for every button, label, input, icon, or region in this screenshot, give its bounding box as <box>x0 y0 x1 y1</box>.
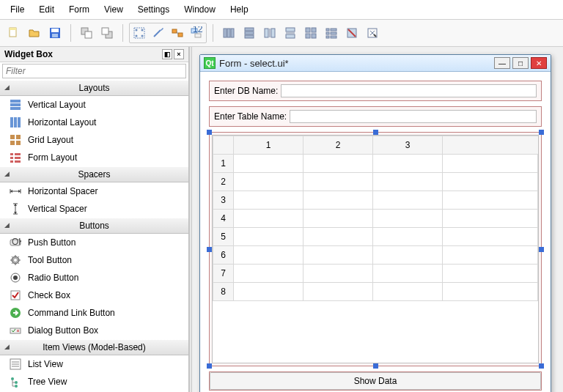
layout-form-button[interactable] <box>322 23 341 42</box>
widget-horizontal-layout[interactable]: Horizontal Layout <box>0 114 188 131</box>
qt-icon: Qt <box>204 57 216 69</box>
menu-edit[interactable]: Edit <box>32 1 62 18</box>
menubar: File Edit Form View Settings Window Help <box>0 0 563 20</box>
col-header-1[interactable]: 1 <box>234 136 303 155</box>
show-data-button[interactable]: Show Data <box>210 372 541 390</box>
bring-to-front-button[interactable] <box>97 23 117 42</box>
widget-tree-view[interactable]: Tree View <box>0 373 188 391</box>
svg-rect-28 <box>286 28 295 32</box>
widget-grid-layout[interactable]: Grid Layout <box>0 131 188 149</box>
layout-vsplit-button[interactable] <box>281 23 300 42</box>
row-header-7[interactable]: 7 <box>213 265 234 283</box>
svg-rect-24 <box>245 35 254 38</box>
new-file-button[interactable] <box>4 23 23 42</box>
design-area: Qt Form - select.ui* — □ ✕ Enter DB Name… <box>192 47 563 392</box>
widget-box-titlebar: Widget Box ◧ × <box>0 47 188 62</box>
row-header-3[interactable]: 3 <box>213 191 234 210</box>
menu-help[interactable]: Help <box>223 1 256 18</box>
svg-rect-19 <box>224 29 227 37</box>
category-spacers-header[interactable]: ◢Spacers <box>0 166 188 182</box>
adjust-size-button[interactable] <box>363 23 382 42</box>
svg-rect-44 <box>10 100 21 103</box>
break-layout-button[interactable] <box>342 23 361 42</box>
grid-layout-icon <box>9 134 22 146</box>
open-file-button[interactable] <box>25 23 44 42</box>
widget-check-box[interactable]: Check Box <box>0 286 188 304</box>
widget-push-button[interactable]: OKPush Button <box>0 234 188 251</box>
svg-point-65 <box>13 275 18 280</box>
widget-box-filter-input[interactable] <box>2 64 186 78</box>
edit-widgets-button[interactable] <box>130 23 149 42</box>
svg-rect-50 <box>10 135 15 139</box>
minimize-button[interactable]: — <box>494 57 510 69</box>
row-header-6[interactable]: 6 <box>213 246 234 265</box>
table-widget-selection[interactable]: 1 2 3 1 2 3 4 5 6 7 8 <box>209 132 542 366</box>
svg-rect-52 <box>10 141 15 145</box>
maximize-button[interactable]: □ <box>512 57 529 69</box>
widget-list-view[interactable]: List View <box>0 355 188 373</box>
edit-signals-button[interactable] <box>149 23 168 42</box>
col-header-2[interactable]: 2 <box>303 136 373 155</box>
row-header-2[interactable]: 2 <box>213 173 234 191</box>
svg-rect-48 <box>14 117 17 127</box>
category-layouts-header[interactable]: ◢Layouts <box>0 80 188 96</box>
list-view-icon <box>9 358 22 370</box>
form-titlebar[interactable]: Qt Form - select.ui* — □ ✕ <box>200 55 551 72</box>
menu-file[interactable]: File <box>3 1 32 18</box>
widget-vertical-spacer[interactable]: Vertical Spacer <box>0 200 188 218</box>
table-corner[interactable] <box>213 136 234 155</box>
layout-horizontal-button[interactable] <box>219 23 238 42</box>
widget-vertical-layout[interactable]: Vertical Layout <box>0 96 188 114</box>
widget-tool-button[interactable]: Tool Button <box>0 251 188 269</box>
menu-form[interactable]: Form <box>62 1 97 18</box>
svg-rect-22 <box>245 28 254 31</box>
svg-point-63 <box>14 259 17 262</box>
table-name-input-container[interactable]: Enter Table Name: <box>209 106 542 127</box>
svg-rect-36 <box>331 29 336 31</box>
row-header-1[interactable]: 1 <box>213 155 234 173</box>
widget-box-float-button[interactable]: ◧ <box>162 49 172 59</box>
menu-view[interactable]: View <box>97 1 130 18</box>
category-itemviews-header[interactable]: ◢Item Views (Model-Based) <box>0 339 188 355</box>
row-header-4[interactable]: 4 <box>213 210 234 228</box>
table-name-input[interactable] <box>290 110 537 123</box>
widget-horizontal-spacer[interactable]: Horizontal Spacer <box>0 182 188 200</box>
push-button-icon: OK <box>9 237 22 248</box>
widget-box-close-button[interactable]: × <box>174 49 184 59</box>
toolbar: 123 <box>0 20 563 47</box>
category-buttons-header[interactable]: ◢Buttons <box>0 218 188 234</box>
widget-dialog-button-box[interactable]: Dialog Button Box <box>0 322 188 339</box>
menu-window[interactable]: Window <box>177 1 223 18</box>
widget-command-link-button[interactable]: Command Link Button <box>0 304 188 322</box>
tree-view-icon <box>9 376 22 388</box>
layout-vertical-button[interactable] <box>240 23 259 42</box>
table-widget[interactable]: 1 2 3 1 2 3 4 5 6 7 8 <box>212 135 539 363</box>
svg-rect-57 <box>15 157 21 159</box>
row-header-8[interactable]: 8 <box>213 283 234 301</box>
edit-buddies-button[interactable] <box>168 23 187 42</box>
col-header-3[interactable]: 3 <box>373 136 443 155</box>
show-data-button-container[interactable]: Show Data <box>209 371 542 391</box>
db-name-input-container[interactable]: Enter DB Name: <box>209 81 542 101</box>
widget-box-panel: Widget Box ◧ × ◢Layouts Vertical Layout … <box>0 47 189 392</box>
menu-settings[interactable]: Settings <box>130 1 177 18</box>
table-name-label: Enter Table Name: <box>214 111 287 122</box>
svg-rect-21 <box>231 29 234 37</box>
svg-rect-51 <box>16 135 21 139</box>
svg-point-13 <box>141 35 144 37</box>
close-button[interactable]: ✕ <box>531 57 547 69</box>
layout-grid-button[interactable] <box>301 23 320 42</box>
widget-radio-button[interactable]: Radio Button <box>0 269 188 286</box>
dialog-button-box-icon <box>9 325 22 336</box>
send-to-back-button[interactable] <box>77 23 96 42</box>
widget-form-layout[interactable]: Form Layout <box>0 149 188 166</box>
tool-button-icon <box>9 254 22 266</box>
layout-hsplit-button[interactable] <box>260 23 279 42</box>
save-button[interactable] <box>45 23 65 42</box>
form-canvas[interactable]: Enter DB Name: Enter Table Name: <box>200 72 551 392</box>
svg-rect-14 <box>172 29 177 33</box>
db-name-input[interactable] <box>281 84 537 97</box>
edit-tab-order-button[interactable]: 123 <box>187 23 206 42</box>
row-header-5[interactable]: 5 <box>213 228 234 246</box>
svg-point-74 <box>15 381 18 384</box>
